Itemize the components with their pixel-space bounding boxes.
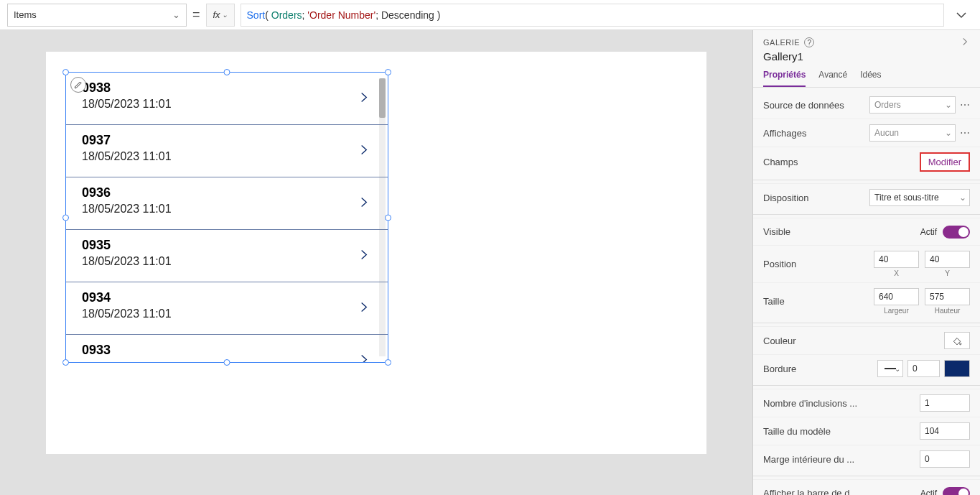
color-picker-button[interactable] [944, 332, 970, 349]
border-width-input[interactable] [907, 360, 940, 377]
row-fields: Champs Modifier [753, 147, 980, 177]
chevron-right-icon[interactable] [358, 194, 370, 213]
control-name: Gallery1 [763, 50, 970, 63]
gallery-item-subtitle: 18/05/2023 11:01 [82, 97, 359, 111]
gallery-item[interactable]: 093618/05/2023 11:01 [66, 177, 388, 230]
chevron-right-icon[interactable] [358, 351, 370, 363]
property-selector[interactable]: Items ⌄ [7, 4, 187, 27]
gallery-item-title: 0936 [82, 185, 359, 200]
pos-y-label: Y [945, 269, 950, 277]
properties-panel: GALERIE ? Gallery1 Propriétés Avancé Idé… [752, 30, 980, 495]
label-visible: Visible [763, 226, 790, 237]
border-color-swatch[interactable] [944, 360, 970, 377]
resize-handle[interactable] [385, 69, 391, 75]
resize-handle[interactable] [385, 359, 391, 366]
chevron-right-icon[interactable] [358, 89, 370, 108]
row-position: Position X Y [753, 245, 980, 282]
row-scrollbar: Afficher la barre de d... Actif [753, 479, 980, 495]
label-position: Position [763, 259, 796, 269]
gallery-item[interactable]: 093518/05/2023 11:01 [66, 230, 388, 282]
resize-handle[interactable] [385, 214, 391, 221]
chevron-right-icon[interactable] [358, 299, 370, 318]
tab-ideas[interactable]: Idées [860, 70, 881, 87]
tab-properties[interactable]: Propriétés [763, 70, 806, 87]
gallery-item[interactable]: 093718/05/2023 11:01 [66, 125, 388, 177]
chevron-down-icon: ⌄ [945, 128, 952, 138]
fx-label: fx [213, 9, 220, 20]
datasource-select[interactable]: Orders ⌄ [869, 96, 956, 114]
width-input[interactable] [874, 288, 919, 305]
properties-header: GALERIE ? Gallery1 [753, 30, 980, 63]
label-color: Couleur [763, 336, 796, 346]
paint-bucket-icon [952, 336, 962, 346]
tab-advanced[interactable]: Avancé [818, 70, 847, 87]
templatesize-input[interactable] [920, 422, 970, 440]
visible-toggle[interactable] [943, 226, 970, 239]
label-datasource: Source de données [763, 100, 844, 111]
visible-state: Actif [920, 227, 937, 237]
row-color: Couleur [753, 326, 980, 354]
width-label: Largeur [884, 307, 908, 315]
formula-input[interactable]: Sort( Orders; 'Order Number'; Descending… [241, 4, 944, 27]
chevron-down-icon: ⌄ [222, 11, 228, 19]
canvas[interactable]: 093818/05/2023 11:01093718/05/2023 11:01… [0, 30, 752, 495]
help-icon[interactable]: ? [804, 37, 814, 47]
gallery-item[interactable]: 0933 [66, 335, 388, 362]
pos-x-label: X [894, 269, 899, 277]
gallery-item-subtitle: 18/05/2023 11:01 [82, 202, 359, 216]
property-selector-value: Items [14, 9, 37, 20]
resize-handle[interactable] [224, 359, 230, 366]
row-visible: Visible Actif [753, 218, 980, 245]
resize-handle[interactable] [224, 69, 230, 75]
height-label: Hauteur [935, 307, 961, 315]
wrapcount-input[interactable] [920, 394, 970, 412]
gallery-item[interactable]: 093818/05/2023 11:01 [66, 73, 388, 125]
label-scrollbar: Afficher la barre de d... [763, 488, 857, 495]
chevron-down-icon: ⌄ [895, 365, 900, 373]
chevron-down-icon: ⌄ [959, 193, 966, 203]
row-views: Affichages Aucun ⌄ ⋯ [753, 119, 980, 147]
chevron-right-icon[interactable] [358, 246, 370, 266]
edit-fields-button[interactable]: Modifier [920, 152, 970, 172]
row-wrapcount: Nombre d'inclusions ... [753, 389, 980, 417]
more-icon[interactable]: ⋯ [960, 103, 970, 107]
scrollbar-toggle[interactable] [943, 487, 970, 496]
border-style-select[interactable]: ⌄ [877, 360, 903, 377]
more-icon[interactable]: ⋯ [960, 131, 970, 135]
resize-handle[interactable] [62, 69, 69, 75]
gallery-item-subtitle: 18/05/2023 11:01 [82, 149, 359, 164]
pos-y-input[interactable] [925, 251, 970, 268]
padding-input[interactable] [920, 450, 970, 468]
layout-select[interactable]: Titre et sous-titre ⌄ [869, 189, 970, 206]
app-screen[interactable]: 093818/05/2023 11:01093718/05/2023 11:01… [46, 52, 706, 454]
pencil-icon [74, 80, 83, 89]
formula-bar: Items ⌄ = fx ⌄ Sort( Orders; 'Order Numb… [0, 0, 980, 30]
height-input[interactable] [925, 288, 970, 305]
label-views: Affichages [763, 128, 806, 139]
label-wrapcount: Nombre d'inclusions ... [763, 398, 857, 409]
label-border: Bordure [763, 364, 796, 374]
gallery-body: 093818/05/2023 11:01093718/05/2023 11:01… [66, 73, 388, 362]
control-type-label: GALERIE [763, 38, 800, 47]
resize-handle[interactable] [62, 214, 69, 221]
scrollbar-state: Actif [920, 489, 937, 496]
chevron-right-icon[interactable] [960, 37, 970, 49]
fx-indicator[interactable]: fx ⌄ [206, 4, 235, 27]
gallery-selection[interactable]: 093818/05/2023 11:01093718/05/2023 11:01… [65, 72, 388, 363]
edit-template-button[interactable] [70, 77, 86, 93]
row-padding: Marge intérieure du ... [753, 445, 980, 473]
gallery-item-title: 0934 [82, 290, 359, 305]
chevron-down-icon: ⌄ [945, 100, 952, 110]
resize-handle[interactable] [62, 359, 69, 366]
views-select[interactable]: Aucun ⌄ [869, 124, 956, 142]
expand-formula-button[interactable] [950, 4, 973, 27]
gallery-item[interactable]: 093418/05/2023 11:01 [66, 282, 388, 335]
row-layout: Disposition Titre et sous-titre ⌄ [753, 183, 980, 211]
label-templatesize: Taille du modèle [763, 426, 831, 437]
equals-sign: = [192, 7, 200, 22]
label-size: Taille [763, 296, 785, 307]
chevron-down-icon [955, 9, 968, 22]
pos-x-input[interactable] [874, 251, 919, 268]
chevron-right-icon[interactable] [358, 142, 370, 161]
gallery-item-subtitle: 18/05/2023 11:01 [82, 307, 359, 321]
